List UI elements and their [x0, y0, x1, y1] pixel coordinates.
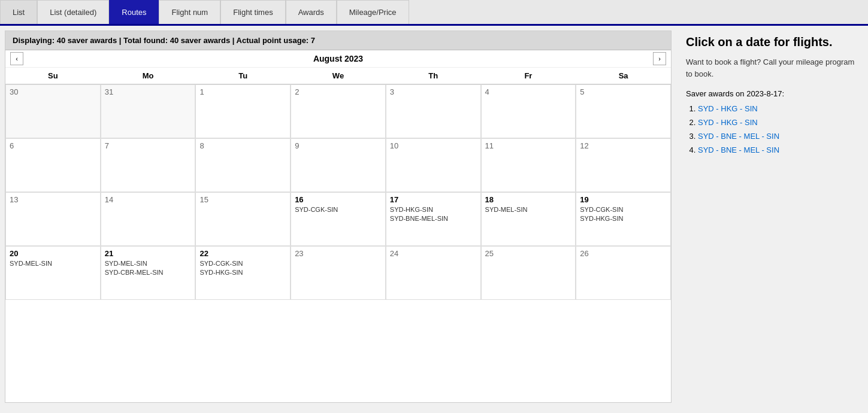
- cal-cell-4: 4: [481, 84, 576, 138]
- cal-day-num: 31: [105, 87, 192, 96]
- tab-mileage-price[interactable]: Mileage/Price: [337, 0, 409, 24]
- cal-cell-26: 26: [576, 246, 671, 300]
- sidebar-award-item: SYD - BNE - MEL - SIN: [698, 145, 858, 154]
- cal-day-num: 18: [485, 195, 572, 204]
- cal-day-num: 20: [10, 249, 96, 258]
- cal-day-num: 19: [580, 195, 667, 204]
- cal-day-num: 1: [199, 87, 286, 96]
- cal-header-su: Su: [5, 68, 101, 84]
- tab-awards[interactable]: Awards: [286, 0, 337, 24]
- cal-cell-7: 7: [101, 138, 196, 192]
- cal-route: SYD-CBR-MEL-SIN: [105, 268, 192, 277]
- sidebar-award-link[interactable]: SYD - BNE - MEL - SIN: [698, 132, 779, 141]
- cal-cell-10: 10: [386, 138, 481, 192]
- cal-cell-31: 31: [101, 84, 196, 138]
- cal-route: SYD-HKG-SIN: [390, 205, 477, 214]
- cal-day-num: 26: [580, 249, 667, 258]
- cal-day-num: 12: [580, 141, 667, 150]
- cal-route: SYD-CGK-SIN: [199, 259, 286, 268]
- cal-day-num: 5: [580, 87, 667, 96]
- cal-route: SYD-MEL-SIN: [105, 259, 192, 268]
- sidebar: Click on a date for flights. Want to boo…: [676, 26, 868, 408]
- prev-month-button[interactable]: ‹: [10, 52, 23, 65]
- cal-route: SYD-MEL-SIN: [485, 205, 572, 214]
- cal-day-num: 11: [485, 141, 572, 150]
- cal-day-num: 24: [390, 249, 477, 258]
- cal-cell-20[interactable]: 20SYD-MEL-SIN: [5, 246, 101, 300]
- sidebar-award-link[interactable]: SYD - HKG - SIN: [698, 104, 758, 113]
- cal-day-num: 17: [390, 195, 477, 204]
- cal-cell-30: 30: [5, 84, 101, 138]
- cal-day-num: 30: [10, 87, 96, 96]
- tab-routes[interactable]: Routes: [109, 0, 159, 24]
- cal-cell-25: 25: [481, 246, 576, 300]
- cal-day-num: 22: [199, 249, 286, 258]
- cal-day-num: 15: [199, 195, 286, 204]
- cal-day-num: 4: [485, 87, 572, 96]
- sidebar-awards-label: Saver awards on 2023-8-17:: [686, 89, 858, 98]
- cal-day-num: 2: [295, 87, 382, 96]
- sidebar-award-link[interactable]: SYD - BNE - MEL - SIN: [698, 145, 779, 154]
- cal-day-num: 9: [295, 141, 382, 150]
- cal-day-num: 13: [10, 195, 96, 204]
- cal-cell-8: 8: [195, 138, 291, 192]
- cal-cell-17[interactable]: 17SYD-HKG-SINSYD-BNE-MEL-SIN: [386, 192, 481, 246]
- sidebar-title: Click on a date for flights.: [686, 35, 858, 49]
- cal-cell-1: 1: [195, 84, 291, 138]
- cal-cell-19[interactable]: 19SYD-CGK-SINSYD-HKG-SIN: [576, 192, 671, 246]
- cal-day-num: 7: [105, 141, 192, 150]
- sidebar-subtitle: Want to book a flight? Call your mileage…: [686, 56, 858, 80]
- sidebar-awards-list: SYD - HKG - SINSYD - HKG - SINSYD - BNE …: [686, 104, 858, 154]
- cal-header-sa: Sa: [576, 68, 671, 84]
- cal-cell-15: 15: [195, 192, 291, 246]
- tab-flight-num[interactable]: Flight num: [159, 0, 220, 24]
- cal-cell-11: 11: [481, 138, 576, 192]
- tab-list--detailed-[interactable]: List (detailed): [37, 0, 109, 24]
- cal-day-num: 8: [199, 141, 286, 150]
- tab-bar: ListList (detailed)RoutesFlight numFligh…: [0, 0, 868, 26]
- cal-cell-21[interactable]: 21SYD-MEL-SINSYD-CBR-MEL-SIN: [101, 246, 196, 300]
- cal-header-we: We: [291, 68, 386, 84]
- cal-day-num: 14: [105, 195, 192, 204]
- cal-cell-2: 2: [291, 84, 386, 138]
- tab-list[interactable]: List: [0, 0, 37, 24]
- cal-route: SYD-CGK-SIN: [580, 205, 667, 214]
- cal-cell-3: 3: [386, 84, 481, 138]
- cal-cell-24: 24: [386, 246, 481, 300]
- cal-day-num: 3: [390, 87, 477, 96]
- cal-header-mo: Mo: [101, 68, 196, 84]
- cal-cell-23: 23: [291, 246, 386, 300]
- cal-route: SYD-HKG-SIN: [580, 214, 667, 223]
- cal-route: SYD-CGK-SIN: [295, 205, 382, 214]
- status-bar: Displaying: 40 saver awards | Total foun…: [5, 31, 671, 50]
- cal-route: SYD-MEL-SIN: [10, 259, 96, 268]
- cal-day-num: 25: [485, 249, 572, 258]
- cal-cell-16[interactable]: 16SYD-CGK-SIN: [291, 192, 386, 246]
- calendar-body: 303112345678910111213141516SYD-CGK-SIN17…: [5, 84, 671, 300]
- cal-day-num: 6: [10, 141, 96, 150]
- sidebar-award-item: SYD - BNE - MEL - SIN: [698, 132, 858, 141]
- cal-cell-6: 6: [5, 138, 101, 192]
- cal-cell-12: 12: [576, 138, 671, 192]
- next-month-button[interactable]: ›: [653, 52, 666, 65]
- main-layout: Displaying: 40 saver awards | Total foun…: [0, 26, 868, 408]
- cal-cell-14: 14: [101, 192, 196, 246]
- cal-day-num: 10: [390, 141, 477, 150]
- cal-cell-13: 13: [5, 192, 101, 246]
- calendar-panel: Displaying: 40 saver awards | Total foun…: [5, 31, 672, 403]
- cal-day-num: 21: [105, 249, 192, 258]
- calendar-header-row: SuMoTuWeThFrSa: [5, 68, 671, 84]
- cal-header-th: Th: [386, 68, 481, 84]
- cal-route: SYD-BNE-MEL-SIN: [390, 214, 477, 223]
- cal-route: SYD-HKG-SIN: [199, 268, 286, 277]
- cal-day-num: 16: [295, 195, 382, 204]
- cal-header-tu: Tu: [195, 68, 291, 84]
- tab-flight-times[interactable]: Flight times: [220, 0, 285, 24]
- cal-cell-22[interactable]: 22SYD-CGK-SINSYD-HKG-SIN: [195, 246, 291, 300]
- calendar-title: August 2023: [313, 54, 363, 63]
- sidebar-award-link[interactable]: SYD - HKG - SIN: [698, 118, 758, 127]
- cal-cell-5: 5: [576, 84, 671, 138]
- cal-header-fr: Fr: [481, 68, 576, 84]
- sidebar-award-item: SYD - HKG - SIN: [698, 118, 858, 127]
- cal-cell-18[interactable]: 18SYD-MEL-SIN: [481, 192, 576, 246]
